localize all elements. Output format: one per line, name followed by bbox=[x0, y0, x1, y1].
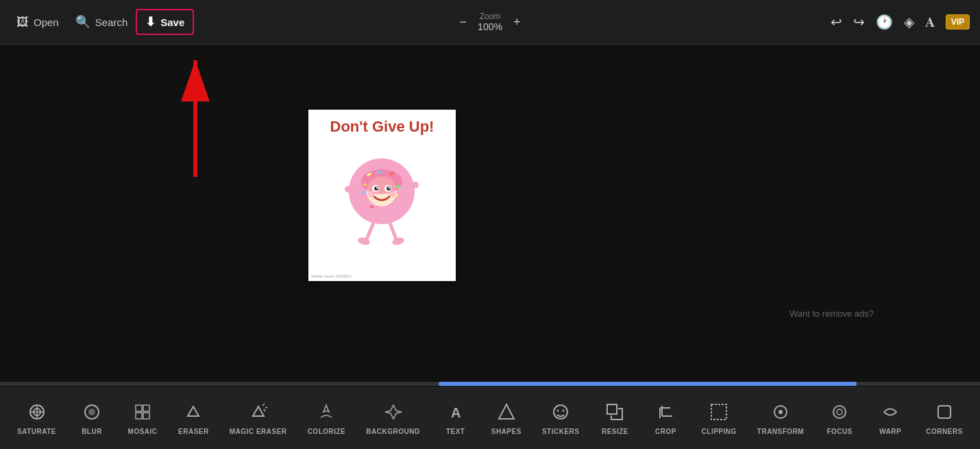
blur-label: BLUR bbox=[82, 428, 102, 435]
colorize-icon bbox=[317, 402, 336, 424]
focus-icon bbox=[830, 402, 849, 424]
shapes-icon bbox=[497, 402, 516, 424]
mosaic-icon bbox=[133, 402, 152, 424]
image-title: Don't Give Up! bbox=[330, 118, 434, 136]
watermark: Adobe Stock 0263591 bbox=[311, 274, 352, 278]
tool-colorize[interactable]: COLORIZE bbox=[302, 398, 352, 439]
svg-point-26 bbox=[391, 236, 405, 245]
search-label: Search bbox=[95, 16, 128, 28]
svg-line-24 bbox=[390, 223, 396, 239]
zoom-label: Zoom 100% bbox=[478, 12, 502, 32]
scrollbar-track[interactable] bbox=[0, 382, 980, 386]
corners-label: CORNERS bbox=[926, 428, 963, 435]
svg-rect-60 bbox=[938, 406, 951, 418]
tool-blur[interactable]: BLUR bbox=[71, 398, 112, 439]
focus-label: FOCUS bbox=[826, 428, 853, 435]
vip-badge[interactable]: VIP bbox=[946, 14, 970, 29]
svg-marker-44 bbox=[385, 405, 402, 419]
open-icon: 🖼 bbox=[16, 15, 29, 29]
save-button[interactable]: ⬇ Save bbox=[136, 9, 194, 35]
svg-line-23 bbox=[367, 223, 373, 239]
clipping-icon bbox=[709, 402, 728, 424]
svg-marker-40 bbox=[253, 406, 264, 416]
tool-clipping[interactable]: CLIPPING bbox=[696, 398, 742, 439]
tool-stickers[interactable]: STICKERS bbox=[537, 398, 585, 439]
tool-saturate[interactable]: SATURATE bbox=[12, 398, 62, 439]
svg-rect-55 bbox=[711, 404, 726, 420]
svg-marker-39 bbox=[188, 406, 199, 416]
svg-text:A: A bbox=[451, 405, 461, 420]
svg-point-58 bbox=[833, 406, 846, 418]
crop-label: CROP bbox=[655, 428, 676, 435]
svg-point-34 bbox=[88, 409, 95, 415]
svg-point-49 bbox=[563, 409, 565, 411]
warp-icon bbox=[881, 402, 900, 424]
svg-rect-35 bbox=[136, 405, 142, 411]
mosaic-label: MOSAIC bbox=[128, 428, 158, 435]
open-label: Open bbox=[34, 16, 59, 28]
transform-icon bbox=[771, 402, 790, 424]
tool-magic-eraser[interactable]: MAGIC ERASER bbox=[224, 398, 293, 439]
blur-icon bbox=[82, 402, 101, 424]
tool-corners[interactable]: CORNERS bbox=[920, 398, 968, 439]
search-icon: 🔍 bbox=[75, 14, 90, 29]
open-button[interactable]: 🖼 Open bbox=[8, 11, 67, 34]
resize-label: RESIZE bbox=[602, 428, 628, 435]
svg-point-22 bbox=[412, 182, 419, 189]
zoom-controls: − Zoom 100% + bbox=[456, 12, 525, 32]
svg-point-48 bbox=[557, 409, 559, 411]
tool-warp[interactable]: WARP bbox=[870, 398, 911, 439]
svg-point-21 bbox=[345, 186, 352, 193]
svg-line-42 bbox=[265, 407, 267, 408]
background-label: BACKGROUND bbox=[366, 428, 419, 435]
transform-label: TRANSFORM bbox=[757, 428, 804, 435]
zoom-title: Zoom bbox=[478, 12, 502, 21]
tool-shapes[interactable]: SHAPES bbox=[486, 398, 527, 439]
saturate-label: SATURATE bbox=[17, 428, 56, 435]
svg-line-43 bbox=[264, 409, 265, 411]
tool-text[interactable]: ATEXT bbox=[435, 398, 476, 439]
top-toolbar: 🖼 Open 🔍 Search ⬇ Save − Zoom 100% + ↩ ↪… bbox=[0, 0, 980, 45]
svg-point-28 bbox=[389, 186, 390, 188]
zoom-in-button[interactable]: + bbox=[509, 14, 525, 31]
stickers-label: STICKERS bbox=[542, 428, 580, 435]
tool-crop[interactable]: CROP bbox=[646, 398, 687, 439]
tool-eraser[interactable]: ERASER bbox=[173, 398, 215, 439]
layers-button[interactable]: ◈ bbox=[904, 14, 914, 30]
zoom-value: 100% bbox=[478, 21, 502, 32]
tool-mosaic[interactable]: MOSAIC bbox=[122, 398, 163, 439]
svg-point-27 bbox=[376, 186, 378, 188]
history-button[interactable]: 🕐 bbox=[876, 14, 893, 30]
corners-icon bbox=[935, 402, 954, 424]
magic-eraser-label: MAGIC ERASER bbox=[230, 428, 287, 435]
svg-marker-46 bbox=[499, 404, 514, 419]
resize-icon bbox=[605, 402, 624, 424]
bottom-toolbar: SATURATEBLURMOSAICERASERMAGIC ERASERCOLO… bbox=[0, 387, 980, 449]
image-card: Don't Give Up! bbox=[308, 110, 456, 281]
donut-image bbox=[328, 140, 437, 250]
search-button[interactable]: 🔍 Search bbox=[67, 10, 136, 34]
undo-button[interactable]: ↩ bbox=[831, 14, 842, 30]
tool-resize[interactable]: RESIZE bbox=[594, 398, 635, 439]
ad-text[interactable]: Want to remove ads? bbox=[789, 308, 874, 319]
crop-icon bbox=[657, 402, 676, 424]
zoom-out-button[interactable]: − bbox=[456, 14, 471, 31]
text-tool-button[interactable]: 𝐀 bbox=[925, 14, 935, 30]
svg-rect-37 bbox=[136, 413, 142, 419]
svg-point-16 bbox=[387, 186, 391, 191]
save-label: Save bbox=[160, 16, 184, 28]
tool-focus[interactable]: FOCUS bbox=[819, 398, 860, 439]
colorize-label: COLORIZE bbox=[308, 428, 346, 435]
text-icon: A bbox=[446, 402, 465, 424]
scrollbar-thumb[interactable] bbox=[439, 382, 857, 386]
redo-button[interactable]: ↪ bbox=[853, 14, 865, 30]
text-label: TEXT bbox=[446, 428, 465, 435]
clipping-label: CLIPPING bbox=[702, 428, 737, 435]
right-toolbar: ↩ ↪ 🕐 ◈ 𝐀 VIP bbox=[831, 14, 970, 30]
canvas-area: Don't Give Up! bbox=[0, 45, 980, 401]
shapes-label: SHAPES bbox=[491, 428, 522, 435]
tool-transform[interactable]: TRANSFORM bbox=[752, 398, 809, 439]
svg-rect-38 bbox=[143, 413, 149, 419]
tool-background[interactable]: BACKGROUND bbox=[360, 398, 425, 439]
background-icon bbox=[384, 402, 403, 424]
